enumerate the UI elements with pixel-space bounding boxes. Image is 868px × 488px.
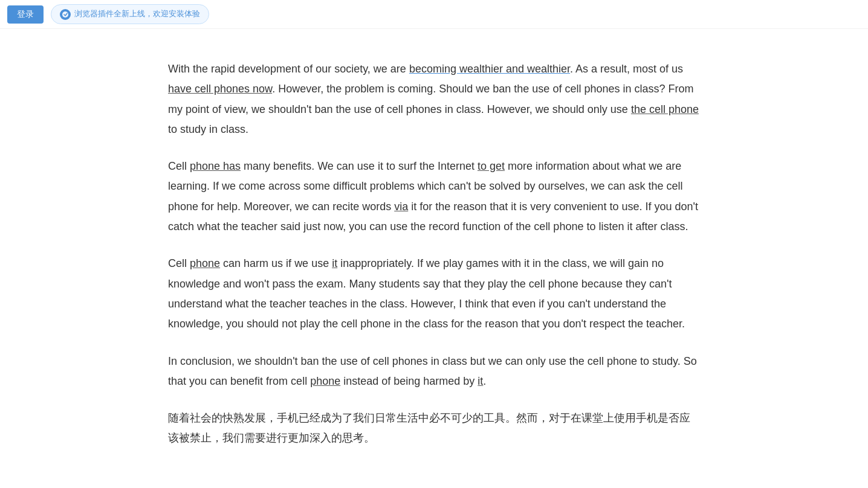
p2-link-2: to get bbox=[478, 160, 505, 172]
p2-text-2: many benefits. We can use it to surf the… bbox=[241, 160, 478, 172]
plugin-banner-text: 浏览器插件全新上线，欢迎安装体验 bbox=[74, 7, 200, 21]
main-content: With the rapid development of our societ… bbox=[144, 29, 724, 488]
p4-link-2: it bbox=[478, 375, 483, 387]
plugin-icon bbox=[60, 9, 71, 20]
p2-link-1: phone has bbox=[190, 160, 241, 172]
top-bar: 登录 浏览器插件全新上线，欢迎安装体验 bbox=[0, 0, 868, 29]
login-button[interactable]: 登录 bbox=[7, 5, 44, 24]
p2-text-1: Cell bbox=[168, 160, 190, 172]
article-body: With the rapid development of our societ… bbox=[168, 47, 700, 449]
p3-link-1: phone bbox=[190, 257, 220, 269]
paragraph-1: With the rapid development of our societ… bbox=[168, 59, 700, 140]
p1-link-1: becoming wealthier and wealthier bbox=[409, 63, 570, 75]
p3-link-2: it bbox=[332, 257, 337, 269]
p4-text-3: . bbox=[483, 375, 486, 387]
p1-text-1: With the rapid development of our societ… bbox=[168, 63, 409, 75]
paragraph-chinese: 随着社会的快熟发展，手机已经成为了我们日常生活中必不可少的工具。然而，对于在课堂… bbox=[168, 408, 700, 449]
p1-text-4: to study in class. bbox=[168, 123, 248, 135]
paragraph-2: Cell phone has many benefits. We can use… bbox=[168, 156, 700, 237]
p1-link-3: the cell phone bbox=[631, 103, 699, 115]
p3-text-2: can harm us if we use bbox=[220, 257, 332, 269]
p4-link-1: phone bbox=[310, 375, 340, 387]
p1-text-2: . As a result, most of us bbox=[570, 63, 683, 75]
p1-link-2: have cell phones now bbox=[168, 83, 272, 95]
svg-point-0 bbox=[62, 11, 68, 18]
p3-text-1: Cell bbox=[168, 257, 190, 269]
paragraph-3: Cell phone can harm us if we use it inap… bbox=[168, 254, 700, 334]
chinese-text: 随着社会的快熟发展，手机已经成为了我们日常生活中必不可少的工具。然而，对于在课堂… bbox=[168, 412, 690, 444]
p4-text-2: instead of being harmed by bbox=[340, 375, 478, 387]
plugin-banner[interactable]: 浏览器插件全新上线，欢迎安装体验 bbox=[51, 4, 209, 24]
paragraph-4: In conclusion, we shouldn't ban the use … bbox=[168, 352, 700, 392]
p2-link-3: via bbox=[394, 201, 408, 213]
